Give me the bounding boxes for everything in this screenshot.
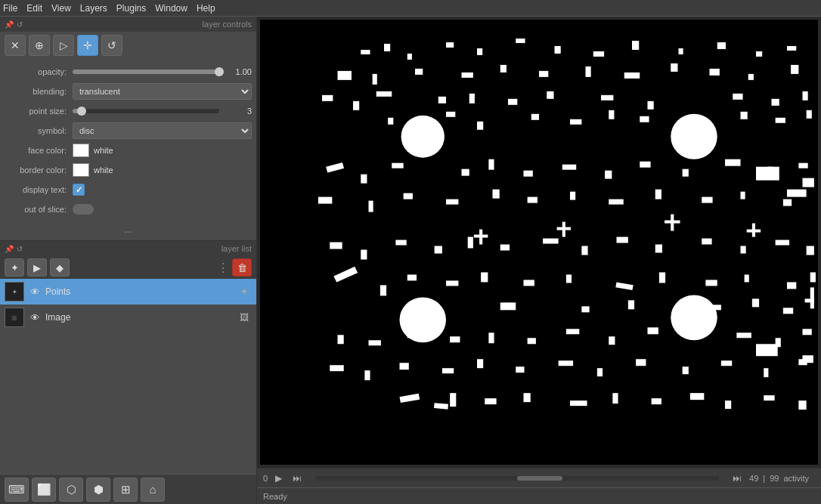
- svg-rect-158: [756, 344, 778, 356]
- svg-rect-94: [524, 280, 534, 286]
- filter-button[interactable]: ▷: [53, 35, 74, 56]
- layer-list-refresh[interactable]: ↺: [17, 245, 23, 253]
- layer-controls-pin[interactable]: 📌: [5, 20, 14, 29]
- out-of-slice-row: out of slice:: [0, 199, 256, 219]
- blending-label: blending:: [5, 87, 73, 96]
- layer-item-points[interactable]: ✦ 👁 Points ✦: [0, 279, 256, 305]
- svg-rect-77: [395, 240, 406, 246]
- svg-rect-80: [500, 244, 510, 250]
- svg-point-26: [401, 116, 445, 158]
- svg-rect-146: [446, 112, 455, 117]
- points-layer-thumbnail: ✦: [5, 282, 24, 301]
- svg-rect-55: [318, 197, 332, 204]
- svg-rect-103: [369, 340, 381, 345]
- more-options[interactable]: ···: [0, 222, 256, 240]
- svg-rect-153: [776, 118, 785, 123]
- svg-rect-39: [733, 94, 742, 100]
- svg-point-27: [671, 114, 717, 159]
- svg-rect-37: [601, 95, 613, 100]
- out-of-slice-label: out of slice:: [5, 205, 73, 214]
- points-visibility-toggle[interactable]: 👁: [27, 284, 42, 299]
- svg-rect-68: [474, 235, 488, 238]
- status-bar: Ready: [257, 487, 821, 504]
- layer-list-menu[interactable]: ⋮: [217, 261, 229, 275]
- menu-window[interactable]: Window: [155, 3, 187, 14]
- svg-rect-58: [446, 199, 458, 205]
- console-button[interactable]: ⌨: [5, 478, 29, 502]
- play-button[interactable]: ▶: [272, 472, 285, 485]
- 3d-button[interactable]: ⬡: [59, 478, 83, 502]
- symbol-label: symbol:: [5, 126, 73, 135]
- svg-rect-8: [593, 51, 604, 57]
- svg-rect-130: [721, 360, 732, 366]
- point-size-slider-thumb[interactable]: [77, 107, 86, 116]
- svg-rect-13: [787, 46, 796, 51]
- symbol-select[interactable]: disc square diamond: [73, 122, 252, 139]
- menu-edit[interactable]: Edit: [26, 3, 42, 14]
- opacity-slider-track[interactable]: [73, 70, 219, 74]
- svg-rect-66: [783, 199, 792, 206]
- svg-rect-9: [632, 41, 639, 50]
- end-button[interactable]: ⏭: [290, 472, 305, 485]
- svg-rect-59: [493, 190, 500, 199]
- rotate-button[interactable]: ↺: [101, 35, 122, 56]
- activity-label: activity: [783, 474, 815, 483]
- image-visibility-toggle[interactable]: 👁: [27, 310, 42, 325]
- symbol-value: disc square diamond: [73, 122, 252, 139]
- menu-help[interactable]: Help: [197, 3, 215, 14]
- home-button[interactable]: ⌂: [141, 478, 165, 502]
- menu-layers[interactable]: Layers: [80, 3, 107, 14]
- opacity-slider-thumb[interactable]: [215, 67, 224, 76]
- canvas-wrapper[interactable]: [260, 20, 818, 465]
- delete-layer-button[interactable]: ✕: [5, 35, 26, 56]
- main-area: 📌 ↺ layer controls ✕ ⊕ ▷ ✛ ↺ opacity:: [0, 17, 821, 504]
- 3d-alt-button[interactable]: ⬢: [86, 478, 110, 502]
- points-tool-button[interactable]: ✦: [5, 258, 24, 277]
- labels-tool-button[interactable]: ◆: [50, 258, 70, 277]
- svg-rect-64: [702, 197, 712, 203]
- opacity-slider-fill: [73, 70, 219, 74]
- grid-button[interactable]: ⬜: [32, 478, 56, 502]
- svg-rect-160: [810, 287, 814, 308]
- move-button[interactable]: ✛: [77, 35, 98, 56]
- border-color-swatch[interactable]: [73, 163, 89, 177]
- menu-plugins[interactable]: Plugins: [116, 3, 146, 14]
- svg-rect-16: [415, 69, 423, 75]
- layer-controls-refresh[interactable]: ↺: [17, 20, 23, 29]
- svg-rect-44: [392, 163, 403, 169]
- point-size-display: 3: [225, 107, 252, 116]
- add-layer-button[interactable]: ⊕: [29, 35, 50, 56]
- shapes-tool-button[interactable]: ▶: [27, 258, 47, 277]
- blending-select[interactable]: translucent normal multiply screen: [73, 83, 252, 100]
- display-text-label: display text:: [5, 185, 73, 194]
- face-color-swatch[interactable]: [73, 144, 89, 157]
- frame-slider[interactable]: [315, 476, 719, 481]
- delete-layer-list-button[interactable]: 🗑: [232, 258, 252, 277]
- menubar: File Edit View Layers Plugins Window Hel…: [0, 0, 821, 17]
- svg-rect-6: [516, 39, 525, 43]
- svg-rect-62: [609, 199, 623, 205]
- svg-rect-10: [679, 48, 683, 54]
- svg-rect-121: [364, 370, 370, 380]
- display-text-checkbox[interactable]: [73, 184, 85, 196]
- layer-controls-title: layer controls: [26, 20, 252, 29]
- svg-rect-87: [776, 240, 789, 246]
- menu-view[interactable]: View: [51, 3, 71, 14]
- frame-slider-thumb[interactable]: [517, 476, 562, 481]
- layer-list-header: 📌 ↺ layer list: [0, 241, 256, 256]
- point-size-label: point size:: [5, 107, 73, 116]
- grid2-button[interactable]: ⊞: [113, 478, 138, 502]
- svg-rect-129: [683, 366, 689, 374]
- svg-rect-47: [524, 171, 533, 177]
- svg-rect-90: [380, 285, 386, 295]
- frame-end-nav[interactable]: ⏭: [730, 472, 745, 485]
- svg-rect-51: [683, 169, 689, 177]
- svg-rect-140: [652, 398, 661, 404]
- point-size-slider-track[interactable]: [73, 109, 219, 113]
- svg-rect-4: [446, 42, 454, 48]
- out-of-slice-toggle[interactable]: [73, 204, 94, 215]
- layer-item-image[interactable]: ▦ 👁 Image 🖼: [0, 305, 256, 330]
- layer-list-pin[interactable]: 📌: [5, 245, 14, 253]
- menu-file[interactable]: File: [3, 3, 17, 14]
- face-color-row: face color: white: [0, 141, 256, 160]
